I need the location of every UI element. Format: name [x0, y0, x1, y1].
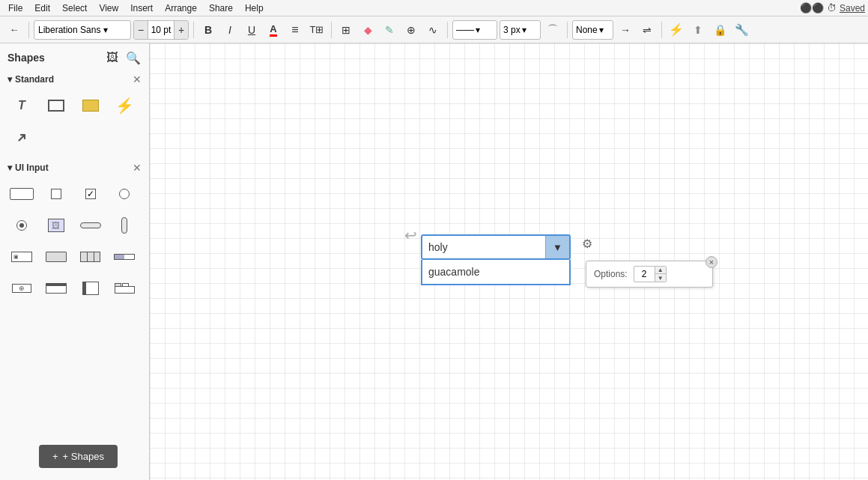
arrow-start-button[interactable]: →	[616, 20, 635, 40]
options-spin-down-button[interactable]: ▼	[655, 274, 666, 282]
rect-shape-icon	[48, 100, 64, 112]
line-style-value: ——	[456, 25, 474, 35]
font-family-select[interactable]: Liberation Sans ▾	[34, 20, 131, 40]
undo-arrow-icon[interactable]: ↩	[404, 226, 417, 244]
sidebar-icons: 🖼 🔍	[104, 49, 142, 66]
options-close-button[interactable]: ×	[705, 256, 717, 268]
saved-status: ⚫⚫ ⏱ Saved	[800, 2, 865, 13]
shape-button-group[interactable]	[76, 243, 105, 271]
connection-style-select[interactable]: None ▾	[572, 20, 613, 40]
bold-button[interactable]: B	[198, 20, 218, 40]
shape-title-bar[interactable]	[42, 274, 70, 303]
add-shapes-label: + Shapes	[63, 451, 104, 462]
section-uiinput-close-button[interactable]: ✕	[133, 162, 142, 174]
fill-color-button[interactable]: ◆	[358, 20, 377, 40]
conn-value: None	[576, 25, 598, 35]
dropdown-open-item[interactable]: guacamole	[421, 260, 571, 285]
line-style-arrow-icon: ▾	[476, 25, 480, 35]
lock-button[interactable]: 🔒	[710, 20, 729, 40]
shape-zoom-ctrl[interactable]: ⊕	[7, 274, 36, 303]
canvas-dropdown-widget: holy ▼ guacamole	[421, 234, 571, 285]
menu-edit[interactable]: Edit	[29, 1, 55, 15]
zoom-ctrl-shape-icon: ⊕	[12, 284, 31, 293]
line-color-button[interactable]: ✎	[380, 20, 399, 40]
main-layout: Shapes 🖼 🔍 ▾ Standard ✕ T	[0, 43, 868, 480]
menu-share[interactable]: Share	[204, 1, 238, 15]
sidebar: Shapes 🖼 🔍 ▾ Standard ✕ T	[0, 43, 150, 480]
shape-scrollbar-v[interactable]	[110, 211, 139, 240]
menu-view[interactable]: View	[94, 1, 124, 15]
shape-image-box[interactable]: 🖼	[42, 211, 70, 240]
shape-panel[interactable]	[76, 274, 105, 303]
menu-select[interactable]: Select	[57, 1, 92, 15]
shape-text[interactable]: T	[7, 91, 36, 120]
connection-button[interactable]: ⊕	[401, 20, 421, 40]
shape-label-box[interactable]: ▣	[7, 243, 36, 271]
shape-button[interactable]	[42, 243, 70, 271]
shape-input-field[interactable]	[7, 180, 36, 208]
section-standard-close-button[interactable]: ✕	[133, 73, 142, 85]
line-style-select[interactable]: —— ▾	[452, 20, 497, 40]
curve-button[interactable]: ⌒	[543, 20, 562, 40]
menu-file[interactable]: File	[3, 1, 28, 15]
arrow-mid-button[interactable]: ⇌	[637, 20, 657, 40]
waypoint-button[interactable]: ∿	[423, 20, 443, 40]
power-button[interactable]: ⚡	[667, 20, 686, 40]
shape-checkbox-checked[interactable]: ✓	[76, 180, 105, 208]
shape-lightning[interactable]: ⚡	[110, 91, 139, 120]
lightning-shape-icon: ⚡	[115, 97, 134, 115]
sidebar-image-button[interactable]: 🖼	[104, 49, 121, 66]
font-size-value[interactable]: 10 pt	[148, 20, 174, 40]
menu-arrange[interactable]: Arrange	[160, 1, 202, 15]
add-shapes-button[interactable]: + + Shapes	[39, 445, 118, 468]
font-size-increase-button[interactable]: +	[174, 20, 188, 40]
shape-rectangle[interactable]	[42, 91, 70, 120]
font-family-arrow-icon: ▾	[103, 25, 108, 35]
section-uiinput-arrow-icon: ▾	[7, 162, 12, 173]
font-color-button[interactable]: A	[264, 20, 283, 40]
align-button[interactable]: ≡	[285, 20, 305, 40]
toolbar-separator-3	[331, 22, 332, 38]
menu-insert[interactable]: Insert	[125, 1, 158, 15]
line-width-select[interactable]: 3 px ▾	[500, 20, 541, 40]
wrench-button[interactable]: 🔧	[732, 20, 751, 40]
shape-rectangle-filled[interactable]	[76, 91, 105, 120]
line-width-arrow-icon: ▾	[522, 25, 526, 35]
timer-icon: ⏱	[827, 2, 837, 13]
shape-scrollbar-h[interactable]	[76, 211, 105, 240]
scrollbar-h-shape-icon	[80, 222, 101, 228]
text-format-icon: T⊞	[310, 24, 324, 35]
share-button[interactable]: ⬆	[688, 20, 708, 40]
sidebar-search-button[interactable]: 🔍	[125, 49, 142, 66]
dropdown-arrow-button[interactable]: ▼	[545, 235, 569, 259]
add-shapes-container: + + Shapes	[0, 309, 149, 326]
button-group-shape-icon	[80, 252, 100, 262]
options-spin-up-button[interactable]: ▲	[655, 266, 666, 274]
italic-button[interactable]: I	[220, 20, 240, 40]
shape-tabs[interactable]	[110, 274, 139, 303]
dropdown-main[interactable]: holy ▼	[421, 234, 571, 260]
insert-shapes-button[interactable]: ⊞	[336, 20, 356, 40]
shape-arrow[interactable]: ➜	[7, 123, 36, 151]
options-number-value[interactable]: 2	[634, 266, 655, 282]
nav-back-button[interactable]: ←	[4, 20, 24, 40]
sidebar-title: Shapes	[7, 52, 45, 64]
text-format-button[interactable]: T⊞	[307, 20, 327, 40]
uiinput-shapes-grid: ✓ 🖼 ▣	[0, 177, 149, 309]
panel-shape-icon	[82, 282, 99, 295]
menu-help[interactable]: Help	[240, 1, 269, 15]
standard-shapes-grid: T ⚡ ➜	[0, 88, 149, 157]
image-box-shape-icon: 🖼	[48, 219, 64, 232]
gear-button[interactable]: ⚙	[582, 237, 592, 251]
section-standard-header[interactable]: ▾ Standard ✕	[0, 69, 149, 88]
section-uiinput-header[interactable]: ▾ UI Input ✕	[0, 157, 149, 177]
font-size-decrease-button[interactable]: −	[134, 20, 148, 40]
shape-radio[interactable]	[110, 180, 139, 208]
canvas[interactable]: ↩ holy ▼ guacamole ⚙ × Options: 2 ▲	[150, 43, 868, 480]
shape-progress[interactable]	[110, 243, 139, 271]
progress-shape-icon	[114, 254, 135, 260]
shape-radio-selected[interactable]	[7, 211, 36, 240]
shape-checkbox[interactable]	[42, 180, 70, 208]
underline-button[interactable]: U	[242, 20, 261, 40]
checkbox-shape-icon	[51, 189, 61, 199]
